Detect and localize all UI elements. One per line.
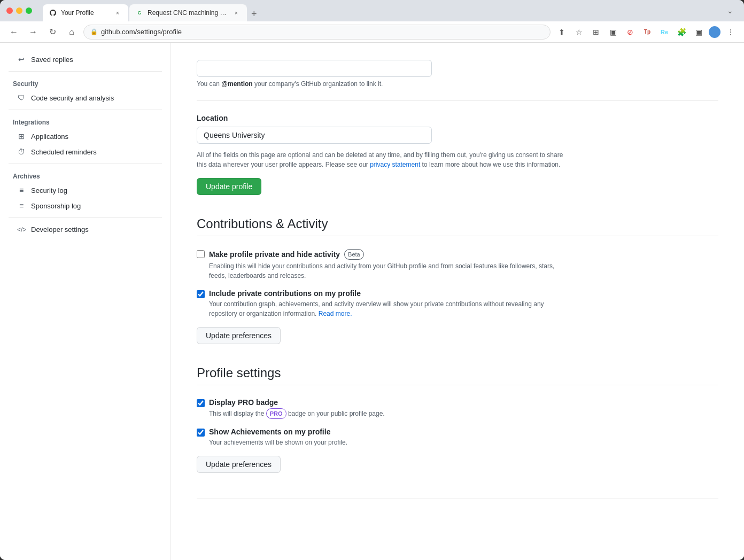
saved-replies-icon: ↩ <box>17 55 26 64</box>
security-log-icon: ≡ <box>17 186 26 195</box>
location-heading: Location <box>197 114 718 122</box>
beta-badge: Beta <box>344 249 364 260</box>
sidebar-item-sponsorship-log[interactable]: ≡ Sponsorship log <box>4 198 166 213</box>
show-achievements-label[interactable]: Show Achievements on my profile <box>209 427 718 436</box>
display-pro-row: Display PRO badge This will display the … <box>197 398 718 419</box>
display-pro-desc: This will display the PRO badge on your … <box>209 408 572 419</box>
section-divider-1 <box>197 100 718 101</box>
shield-icon: 🛡 <box>17 94 26 102</box>
sidebar-divider-1 <box>9 71 162 72</box>
sidebar-label-developer-settings: Developer settings <box>31 225 89 234</box>
tab-cnc-close[interactable]: × <box>232 9 241 17</box>
sidebar-label-scheduled-reminders: Scheduled reminders <box>31 148 97 156</box>
display-pro-text: Display PRO badge <box>209 398 278 407</box>
react-devtools-button[interactable]: Re <box>657 25 671 39</box>
tab-cnc-favicon-icon: G <box>136 9 143 17</box>
show-achievements-desc: Your achievements will be shown on your … <box>209 438 572 447</box>
display-pro-label[interactable]: Display PRO badge <box>209 398 718 407</box>
tab-cnc-title: Request CNC machining quote <box>148 9 228 17</box>
include-private-row: Include private contributions on my prof… <box>197 289 718 318</box>
privacy-statement-link[interactable]: privacy statement <box>370 161 420 168</box>
sidebar-item-developer-settings[interactable]: </> Developer settings <box>4 222 166 237</box>
make-private-desc: Enabling this will hide your contributio… <box>209 261 572 281</box>
window-menu-button[interactable]: ⌄ <box>723 4 738 17</box>
tab-profile-title: Your Profile <box>61 9 109 17</box>
sidebar-label-saved-replies: Saved replies <box>31 56 73 64</box>
make-private-label-group: Make profile private and hide activity B… <box>209 249 718 281</box>
applications-icon: ⊞ <box>17 132 26 141</box>
forward-button[interactable]: → <box>26 25 41 40</box>
new-tab-button[interactable]: + <box>248 6 260 21</box>
make-private-checkbox[interactable] <box>197 250 205 258</box>
tab-profile[interactable]: Your Profile × <box>43 4 128 21</box>
url-text: github.com/settings/profile <box>101 28 182 36</box>
sidebar-item-applications[interactable]: ⊞ Applications <box>4 129 166 144</box>
show-achievements-checkbox[interactable] <box>197 429 205 437</box>
sidebar-item-scheduled-reminders[interactable]: ⏱ Scheduled reminders <box>4 144 166 159</box>
content-area: You can @mention your company's GitHub o… <box>171 43 744 560</box>
reader-mode-button[interactable]: ▣ <box>692 25 706 39</box>
update-profile-button[interactable]: Update profile <box>197 178 261 195</box>
developer-icon: </> <box>17 226 26 234</box>
update-preferences-button-2[interactable]: Update preferences <box>197 456 281 473</box>
tab-profile-close[interactable]: × <box>113 9 122 17</box>
sponsorship-log-icon: ≡ <box>17 201 26 210</box>
location-input[interactable] <box>197 127 432 144</box>
url-bar[interactable]: 🔒 github.com/settings/profile <box>83 25 551 40</box>
home-button[interactable]: ⌂ <box>64 25 79 40</box>
company-input-area: You can @mention your company's GitHub o… <box>197 60 718 88</box>
make-private-text: Make profile private and hide activity <box>209 250 340 259</box>
show-achievements-text: Show Achievements on my profile <box>209 427 330 436</box>
tabs-bar: Your Profile × G Request CNC machining q… <box>43 0 260 21</box>
footer-divider <box>197 499 718 499</box>
make-private-label[interactable]: Make profile private and hide activity B… <box>209 249 718 260</box>
sidebar-section-archives: Archives <box>0 168 170 182</box>
sidebar: ↩ Saved replies Security 🛡 Code security… <box>0 43 171 560</box>
include-private-desc: Your contribution graph, achievements, a… <box>209 299 572 318</box>
sidebar-label-applications: Applications <box>31 133 68 141</box>
mention-note: You can @mention your company's GitHub o… <box>197 80 718 88</box>
read-more-link[interactable]: Read more. <box>319 310 352 317</box>
show-achievements-row: Show Achievements on my profile Your ach… <box>197 427 718 447</box>
sidebar-item-security-log[interactable]: ≡ Security log <box>4 183 166 198</box>
tab-cnc[interactable]: G Request CNC machining quote × <box>129 4 247 21</box>
profile-description: All of the fields on this page are optio… <box>197 150 571 169</box>
profile-settings-divider <box>197 385 718 385</box>
traffic-lights <box>6 7 32 14</box>
bookmark-button[interactable]: ☆ <box>572 25 586 39</box>
update-preferences-button-1[interactable]: Update preferences <box>197 327 281 344</box>
sidebar-item-saved-replies[interactable]: ↩ Saved replies <box>4 52 166 67</box>
minimize-button[interactable] <box>16 7 22 14</box>
tampermonkey-button[interactable]: 🧩 <box>675 25 688 39</box>
user-profile-icon[interactable] <box>709 26 720 38</box>
share-button[interactable]: ⬆ <box>555 25 569 39</box>
close-button[interactable] <box>6 7 13 14</box>
sidebar-item-code-security[interactable]: 🛡 Code security and analysis <box>4 90 166 105</box>
sidebar-section-integrations: Integrations <box>0 114 170 128</box>
sidebar-divider-2 <box>9 110 162 110</box>
maximize-button[interactable] <box>26 7 32 14</box>
address-bar: ← → ↻ ⌂ 🔒 github.com/settings/profile ⬆ … <box>0 21 744 43</box>
display-pro-checkbox[interactable] <box>197 399 205 407</box>
extensions-puzzle-icon[interactable]: ⊞ <box>589 25 603 39</box>
display-pro-label-group: Display PRO badge This will display the … <box>209 398 718 419</box>
reload-button[interactable]: ↻ <box>45 25 60 40</box>
more-options-button[interactable]: ⋮ <box>724 25 738 39</box>
adblocker-button[interactable]: ⊘ <box>623 25 637 39</box>
sidebar-divider-4 <box>9 217 162 218</box>
sidebar-label-sponsorship-log: Sponsorship log <box>31 202 81 210</box>
make-private-row: Make profile private and hide activity B… <box>197 249 718 281</box>
company-input[interactable] <box>197 60 432 77</box>
sidebar-section-security: Security <box>0 76 170 90</box>
show-achievements-label-group: Show Achievements on my profile Your ach… <box>209 427 718 447</box>
browser-window: Your Profile × G Request CNC machining q… <box>0 0 744 560</box>
browser-actions: ⬆ ☆ ⊞ ▣ ⊘ Tp Re 🧩 ▣ ⋮ <box>555 25 738 39</box>
include-private-label[interactable]: Include private contributions on my prof… <box>209 289 718 298</box>
title-bar: Your Profile × G Request CNC machining q… <box>0 0 744 21</box>
back-button[interactable]: ← <box>6 25 21 40</box>
wallet-button[interactable]: ▣ <box>606 25 620 39</box>
include-private-checkbox[interactable] <box>197 290 205 298</box>
profile-settings-heading: Profile settings <box>197 365 718 380</box>
include-private-label-group: Include private contributions on my prof… <box>209 289 718 318</box>
topnotch-button[interactable]: Tp <box>640 25 654 39</box>
